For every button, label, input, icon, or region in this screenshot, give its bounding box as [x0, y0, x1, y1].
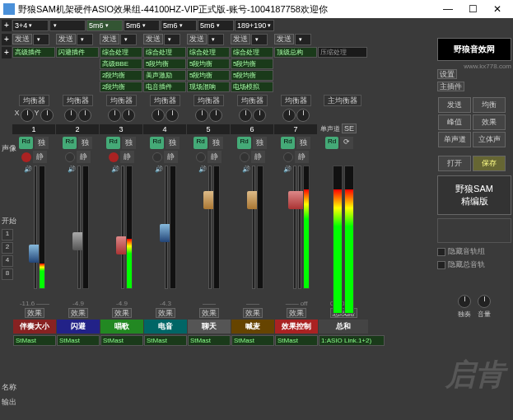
- send-btn-5[interactable]: 发送: [231, 34, 250, 44]
- fx-slot-5-0[interactable]: 综合处理: [231, 47, 273, 58]
- send-dd-3[interactable]: [164, 34, 180, 45]
- rd-btn-3[interactable]: Rd: [150, 137, 163, 149]
- settings-btn[interactable]: 设置: [437, 69, 457, 79]
- fx-slot-5-3[interactable]: 电场模拟: [231, 82, 273, 92]
- solo-btn-3[interactable]: 独: [166, 137, 180, 149]
- mute-btn-0[interactable]: 静: [33, 151, 47, 163]
- solo-btn-4[interactable]: 独: [209, 137, 223, 149]
- out-0[interactable]: StMast: [13, 335, 56, 346]
- width-knob-2[interactable]: [122, 109, 135, 122]
- close-button[interactable]: ✕: [485, 3, 510, 15]
- channel-name-0[interactable]: 伴奏大小: [13, 320, 56, 334]
- save-btn[interactable]: 保存: [473, 156, 506, 171]
- hide-tracks-check[interactable]: 隐藏音轨组: [437, 246, 511, 257]
- rd-btn-6[interactable]: Rd: [281, 137, 294, 149]
- fader-1[interactable]: [77, 166, 81, 289]
- fx-show-0[interactable]: 效果: [25, 308, 44, 318]
- fx-slot-5-1[interactable]: 5段均衡: [231, 58, 273, 69]
- route-select-2[interactable]: 5m6: [86, 20, 123, 31]
- send-dd-5[interactable]: [251, 34, 268, 45]
- main-eq-btn[interactable]: 主均衡器: [324, 95, 361, 106]
- r-stereo[interactable]: 立体声: [473, 132, 506, 147]
- solo-btn-m[interactable]: ⟳: [340, 137, 353, 149]
- route-select-0[interactable]: 3+4: [12, 20, 49, 31]
- fader-6b[interactable]: [298, 166, 301, 289]
- eq-btn-4[interactable]: 均衡器: [194, 95, 224, 106]
- mute-btn-4[interactable]: 静: [208, 151, 222, 163]
- main-plugin-btn[interactable]: 主插件: [437, 82, 464, 91]
- fx-show-6[interactable]: 效果: [287, 308, 306, 318]
- width-knob-1[interactable]: [78, 109, 91, 122]
- fx-slot-4-1[interactable]: 5段均衡: [187, 58, 230, 69]
- rec-btn-1[interactable]: [65, 152, 75, 162]
- r-fx[interactable]: 效果: [473, 114, 506, 130]
- eq-btn-2[interactable]: 均衡器: [106, 95, 137, 106]
- fx-slot-3-1[interactable]: 5段均衡: [143, 58, 186, 69]
- channel-name-3[interactable]: 电音: [144, 320, 187, 334]
- fx-slot-3-2[interactable]: 美声激励: [143, 70, 186, 81]
- fx-slot-3-3[interactable]: 电音插件: [143, 82, 186, 92]
- send-dd-2[interactable]: [120, 34, 137, 45]
- send-dd-4[interactable]: [208, 34, 224, 45]
- out-3[interactable]: StMast: [144, 335, 187, 346]
- open-btn[interactable]: 打开: [438, 156, 471, 171]
- out-1[interactable]: StMast: [57, 335, 100, 346]
- add-channel-button[interactable]: +: [2, 20, 12, 31]
- pan-knob-3[interactable]: [152, 109, 165, 122]
- send-btn-1[interactable]: 发送: [56, 34, 76, 44]
- fx-show-4[interactable]: 效果: [199, 308, 219, 318]
- r-mono[interactable]: 单声道: [438, 132, 471, 147]
- route-select-4[interactable]: 5m6: [161, 20, 197, 31]
- r-peak[interactable]: 峰值: [438, 114, 471, 130]
- send-btn-4[interactable]: 发送: [187, 34, 207, 44]
- width-knob-0[interactable]: [40, 109, 54, 122]
- rec-btn-0[interactable]: [21, 152, 31, 162]
- fx-slot-4-3[interactable]: 现场混响: [187, 82, 230, 92]
- fx-slot-2-0[interactable]: 综合处理: [100, 47, 142, 58]
- width-knob-5[interactable]: [253, 109, 266, 122]
- minimize-button[interactable]: —: [436, 3, 460, 15]
- send-dd-0[interactable]: [33, 34, 49, 45]
- channel-name-5[interactable]: 喊麦: [231, 320, 274, 334]
- pan-knob-6[interactable]: [282, 109, 296, 122]
- fader-3[interactable]: [165, 166, 168, 289]
- fader-2[interactable]: [121, 166, 124, 289]
- add-send-button[interactable]: +: [2, 34, 12, 45]
- eq-btn-6[interactable]: 均衡器: [281, 95, 311, 106]
- r-eq[interactable]: 均衡: [473, 97, 506, 113]
- rd-btn-1[interactable]: Rd: [63, 137, 76, 149]
- channel-name-2[interactable]: 唱歌: [100, 320, 143, 334]
- solo-btn-1[interactable]: 独: [78, 137, 92, 149]
- checkbox-icon[interactable]: [437, 261, 445, 269]
- route-select-6[interactable]: 189+190: [235, 20, 274, 31]
- mute-btn-2[interactable]: 静: [120, 151, 134, 163]
- fx-show-3[interactable]: 效果: [156, 308, 175, 318]
- out-4[interactable]: StMast: [188, 335, 231, 346]
- checkbox-icon[interactable]: [437, 248, 445, 256]
- master-vol-knob[interactable]: [478, 295, 491, 308]
- out-5[interactable]: StMast: [231, 335, 274, 346]
- send-btn-0[interactable]: 发送: [12, 34, 32, 44]
- send-btn-3[interactable]: 发送: [143, 34, 163, 44]
- channel-name-6[interactable]: 效果控制: [275, 320, 318, 334]
- fx-slot-3-0[interactable]: 综合处理: [143, 47, 186, 58]
- pan-knob-2[interactable]: [108, 109, 121, 122]
- route-select-1[interactable]: [49, 20, 86, 31]
- fader-6[interactable]: [293, 166, 296, 289]
- rec-btn-3[interactable]: [152, 152, 162, 162]
- mute-btn-6[interactable]: 静: [295, 151, 309, 163]
- r-send[interactable]: 发送: [438, 97, 471, 113]
- route-select-3[interactable]: 5m6: [124, 20, 160, 31]
- fx-show-1[interactable]: 效果: [68, 308, 88, 318]
- fx-slot-2-2[interactable]: 2段均衡: [100, 70, 142, 81]
- fader-5[interactable]: [252, 166, 255, 289]
- width-knob-3[interactable]: [166, 109, 179, 122]
- solo-btn-0[interactable]: 独: [35, 137, 49, 149]
- hide-master-check[interactable]: 隐藏总音轨: [437, 259, 511, 270]
- rec-btn-5[interactable]: [240, 152, 250, 162]
- eq-btn-3[interactable]: 均衡器: [150, 95, 180, 106]
- mute-btn-1[interactable]: 静: [77, 151, 91, 163]
- fx-slot-4-2[interactable]: 5段均衡: [187, 70, 230, 81]
- fader-4[interactable]: [208, 166, 212, 289]
- channel-name-1[interactable]: 闪避: [57, 320, 100, 334]
